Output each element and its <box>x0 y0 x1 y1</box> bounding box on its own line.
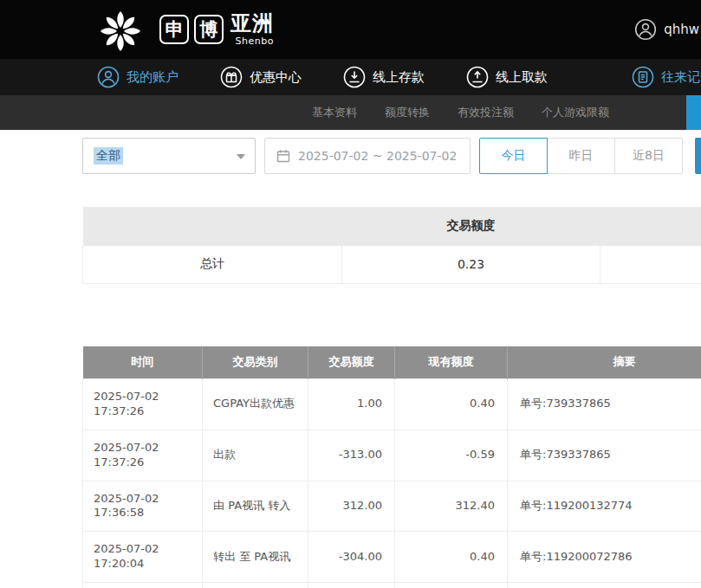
brand-logo[interactable]: 申 博 亚洲 Shenbo <box>97 6 274 53</box>
category-select-value: 全部 <box>94 147 123 165</box>
top-header: 申 博 亚洲 Shenbo qhhw <box>0 0 701 59</box>
main-nav: 我的账户 优惠中心 线上存款 <box>0 59 701 95</box>
gift-icon <box>220 66 243 88</box>
nav-item-label: 我的账户 <box>127 69 178 86</box>
table-row: 2025-07-02 17:20:04转出 至 PA视讯-304.000.40单… <box>83 532 701 583</box>
flower-logo-icon <box>97 6 144 53</box>
table-cell: 单号:119200132774 <box>508 481 701 532</box>
last-8-days-button[interactable]: 近8日 <box>614 138 683 174</box>
column-header-amount: 交易额度 <box>308 346 395 379</box>
search-button[interactable] <box>695 138 701 174</box>
table-cell: 转出 至 PA视讯 <box>203 532 308 583</box>
user-account-menu[interactable]: qhhw <box>634 0 699 59</box>
username: qhhw <box>664 22 699 37</box>
nav-item-promotions[interactable]: 优惠中心 <box>220 66 302 88</box>
table-row: 2025-07-02 17:19:37CGPAY-CG钱包支付笔笔送优惠1.80… <box>83 583 701 588</box>
subnav-item-personal-game-limit[interactable]: 个人游戏限额 <box>542 105 609 120</box>
transactions-header-row: 时间 交易类别 交易额度 现有额度 摘要 <box>83 346 701 379</box>
summary-header-empty <box>600 207 701 245</box>
summary-table: 交易额度 总计 0.23 <box>82 207 701 284</box>
nav-item-label: 往来记录 <box>661 69 701 86</box>
column-header-type: 交易类别 <box>203 346 308 379</box>
column-header-time: 时间 <box>83 346 203 379</box>
nav-item-label: 线上取款 <box>496 69 548 86</box>
table-cell: 312.40 <box>395 481 508 532</box>
transactions-table: 时间 交易类别 交易额度 现有额度 摘要 2025-07-02 17:37:26… <box>82 346 701 588</box>
table-cell: CGPAY出款优惠 <box>203 379 308 430</box>
table-cell: 2025-07-02 17:20:04 <box>83 532 203 583</box>
category-select[interactable]: 全部 <box>82 138 256 174</box>
brand-char-bo: 博 <box>194 15 224 44</box>
brand-shenbo: Shenbo <box>236 36 274 46</box>
summary-header-row: 交易额度 <box>83 207 701 245</box>
table-cell: CGPAY-CG钱包支付笔笔送优惠 <box>203 583 308 588</box>
table-cell: -0.59 <box>395 430 508 481</box>
table-cell: 0.40 <box>395 379 508 430</box>
user-icon <box>97 66 120 88</box>
table-cell: -304.00 <box>308 532 395 583</box>
summary-empty-cell <box>600 245 701 283</box>
nav-item-my-account[interactable]: 我的账户 <box>97 66 178 88</box>
table-cell: 2025-07-02 17:36:58 <box>83 481 203 532</box>
brand-yazhou: 亚洲 <box>230 13 274 34</box>
brand-char-shen: 申 <box>159 15 189 44</box>
table-cell: 2025-07-02 17:37:26 <box>83 430 203 481</box>
table-cell: 0.40 <box>395 532 508 583</box>
table-row: 2025-07-02 17:36:58由 PA视讯 转入312.00312.40… <box>83 481 701 532</box>
column-header-balance: 现有额度 <box>395 346 508 379</box>
table-cell: 单号:119200072786 <box>508 532 701 583</box>
transactions-tbody: 2025-07-02 17:37:26CGPAY出款优惠1.000.40单号:7… <box>83 379 701 588</box>
table-cell: 1.80 <box>308 583 395 588</box>
records-icon <box>632 66 654 88</box>
table-cell: -313.00 <box>308 430 395 481</box>
nav-item-label: 线上存款 <box>373 69 425 86</box>
yesterday-button[interactable]: 昨日 <box>547 138 615 174</box>
deposit-icon <box>343 66 366 88</box>
table-cell: 由 PA视讯 转入 <box>203 481 308 532</box>
nav-item-withdraw[interactable]: 线上取款 <box>466 66 548 88</box>
today-button[interactable]: 今日 <box>479 138 548 174</box>
table-cell: 2025-07-02 17:37:26 <box>83 379 203 430</box>
table-cell: 1.00 <box>308 379 395 430</box>
table-cell: 出款 <box>203 430 308 481</box>
avatar-icon <box>634 18 657 41</box>
table-row: 2025-07-02 17:37:26CGPAY出款优惠1.000.40单号:7… <box>83 379 701 430</box>
table-cell: 312.00 <box>308 481 395 532</box>
subnav-item-basic-info[interactable]: 基本资料 <box>312 105 357 120</box>
subnav-item-valid-bets[interactable]: 有效投注额 <box>458 105 514 120</box>
nav-item-label: 优惠中心 <box>250 69 302 86</box>
date-range-input[interactable]: 2025-07-02 ~ 2025-07-02 <box>264 138 471 174</box>
nav-item-transaction-records[interactable]: 往来记录 <box>632 66 701 88</box>
quick-date-buttons: 今日 昨日 近8日 <box>479 138 683 174</box>
sub-nav: 基本资料 额度转换 有效投注额 个人游戏限额 <box>0 95 701 130</box>
date-range-value: 2025-07-02 ~ 2025-07-02 <box>298 149 457 163</box>
table-cell: 单号:202507034003950178 <box>508 583 701 588</box>
table-cell: 2025-07-02 17:19:37 <box>83 583 203 588</box>
calendar-icon <box>276 149 290 163</box>
summary-total-value: 0.23 <box>342 245 600 283</box>
subnav-item-credit-transfer[interactable]: 额度转换 <box>385 105 430 120</box>
nav-item-deposit[interactable]: 线上存款 <box>343 66 425 88</box>
summary-header-amount: 交易额度 <box>342 207 600 245</box>
summary-total-label: 总计 <box>83 245 342 283</box>
chevron-down-icon <box>237 154 245 159</box>
subnav-active-tab-partial[interactable] <box>686 95 701 130</box>
table-cell: 单号:739337865 <box>508 379 701 430</box>
filter-bar: 全部 2025-07-02 ~ 2025-07-02 今日 昨日 近8日 <box>82 138 701 174</box>
column-header-summary: 摘要 <box>508 346 701 379</box>
page: 申 博 亚洲 Shenbo qhhw <box>0 0 701 588</box>
table-cell: 单号:739337865 <box>508 430 701 481</box>
table-cell: 304.40 <box>395 583 508 588</box>
withdraw-icon <box>466 66 489 88</box>
summary-header-empty <box>83 207 342 245</box>
summary-total-row: 总计 0.23 <box>83 245 701 283</box>
table-row: 2025-07-02 17:37:26出款-313.00-0.59单号:7393… <box>83 430 701 481</box>
